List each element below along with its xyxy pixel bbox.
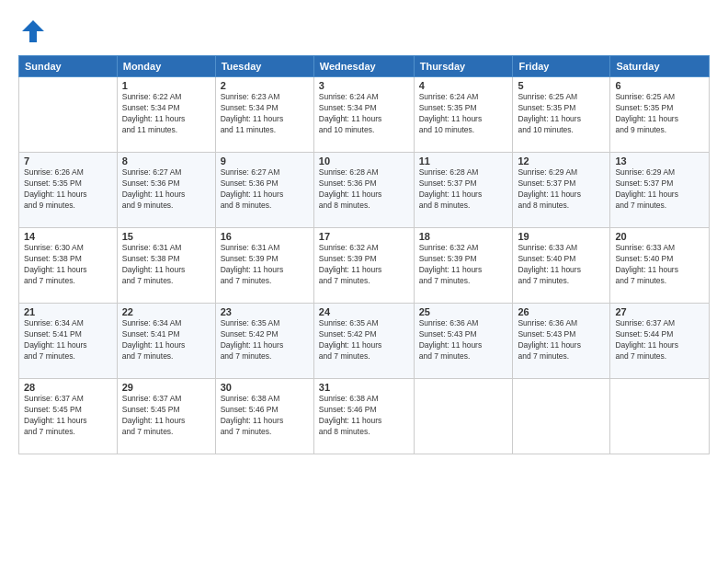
calendar-cell: 7Sunrise: 6:26 AM Sunset: 5:35 PM Daylig… [19, 153, 118, 228]
calendar-cell: 15Sunrise: 6:31 AM Sunset: 5:38 PM Dayli… [117, 228, 215, 304]
day-info: Sunrise: 6:37 AM Sunset: 5:44 PM Dayligh… [615, 318, 704, 362]
calendar-cell [414, 379, 513, 454]
day-info: Sunrise: 6:25 AM Sunset: 5:35 PM Dayligh… [615, 92, 704, 136]
day-info: Sunrise: 6:30 AM Sunset: 5:38 PM Dayligh… [24, 243, 112, 287]
day-info: Sunrise: 6:32 AM Sunset: 5:39 PM Dayligh… [419, 243, 508, 287]
calendar-cell: 4Sunrise: 6:24 AM Sunset: 5:35 PM Daylig… [414, 77, 513, 153]
day-number: 30 [221, 382, 309, 393]
calendar-cell [513, 379, 610, 454]
day-info: Sunrise: 6:26 AM Sunset: 5:35 PM Dayligh… [24, 167, 112, 212]
calendar-cell [610, 379, 710, 454]
day-number: 6 [615, 80, 704, 91]
calendar-week-3: 21Sunrise: 6:34 AM Sunset: 5:41 PM Dayli… [19, 304, 710, 379]
calendar-cell: 17Sunrise: 6:32 AM Sunset: 5:39 PM Dayli… [313, 228, 414, 304]
calendar-cell: 6Sunrise: 6:25 AM Sunset: 5:35 PM Daylig… [610, 77, 710, 153]
calendar-cell: 27Sunrise: 6:37 AM Sunset: 5:44 PM Dayli… [610, 304, 710, 379]
day-info: Sunrise: 6:37 AM Sunset: 5:45 PM Dayligh… [122, 394, 210, 438]
calendar-cell: 16Sunrise: 6:31 AM Sunset: 5:39 PM Dayli… [215, 228, 313, 304]
calendar-cell: 22Sunrise: 6:34 AM Sunset: 5:41 PM Dayli… [117, 304, 215, 379]
calendar-cell: 28Sunrise: 6:37 AM Sunset: 5:45 PM Dayli… [19, 379, 118, 454]
day-info: Sunrise: 6:25 AM Sunset: 5:35 PM Dayligh… [518, 92, 605, 136]
calendar-week-0: 1Sunrise: 6:22 AM Sunset: 5:34 PM Daylig… [19, 77, 710, 153]
day-info: Sunrise: 6:31 AM Sunset: 5:39 PM Dayligh… [221, 243, 309, 287]
calendar-cell: 1Sunrise: 6:22 AM Sunset: 5:34 PM Daylig… [117, 77, 215, 153]
day-number: 3 [319, 80, 409, 91]
weekday-header-friday: Friday [513, 56, 610, 77]
day-number: 21 [24, 306, 112, 317]
day-info: Sunrise: 6:32 AM Sunset: 5:39 PM Dayligh… [319, 243, 409, 287]
weekday-header-tuesday: Tuesday [215, 56, 313, 77]
day-info: Sunrise: 6:27 AM Sunset: 5:36 PM Dayligh… [122, 167, 210, 212]
day-number: 9 [221, 155, 309, 167]
day-info: Sunrise: 6:37 AM Sunset: 5:45 PM Dayligh… [24, 394, 112, 438]
day-number: 20 [615, 231, 704, 242]
page: SundayMondayTuesdayWednesdayThursdayFrid… [0, 0, 728, 563]
day-number: 1 [122, 80, 210, 91]
day-number: 2 [221, 80, 309, 91]
day-info: Sunrise: 6:38 AM Sunset: 5:46 PM Dayligh… [319, 394, 409, 438]
calendar-week-4: 28Sunrise: 6:37 AM Sunset: 5:45 PM Dayli… [19, 379, 710, 454]
day-number: 27 [615, 306, 704, 317]
day-number: 29 [122, 382, 210, 393]
calendar-cell: 20Sunrise: 6:33 AM Sunset: 5:40 PM Dayli… [610, 228, 710, 304]
day-info: Sunrise: 6:29 AM Sunset: 5:37 PM Dayligh… [518, 167, 605, 212]
weekday-header-row: SundayMondayTuesdayWednesdayThursdayFrid… [19, 56, 710, 77]
day-info: Sunrise: 6:22 AM Sunset: 5:34 PM Dayligh… [122, 92, 210, 136]
calendar-cell: 29Sunrise: 6:37 AM Sunset: 5:45 PM Dayli… [117, 379, 215, 454]
calendar-cell: 19Sunrise: 6:33 AM Sunset: 5:40 PM Dayli… [513, 228, 610, 304]
day-number: 17 [319, 231, 409, 242]
svg-marker-0 [22, 20, 44, 42]
weekday-header-wednesday: Wednesday [313, 56, 414, 77]
calendar-cell: 3Sunrise: 6:24 AM Sunset: 5:34 PM Daylig… [313, 77, 414, 153]
calendar-cell: 21Sunrise: 6:34 AM Sunset: 5:41 PM Dayli… [19, 304, 118, 379]
day-number: 24 [319, 306, 409, 317]
day-number: 4 [419, 80, 508, 91]
calendar-cell [19, 77, 118, 153]
day-info: Sunrise: 6:29 AM Sunset: 5:37 PM Dayligh… [615, 167, 704, 212]
logo-icon [18, 17, 48, 46]
day-info: Sunrise: 6:35 AM Sunset: 5:42 PM Dayligh… [319, 318, 409, 362]
day-info: Sunrise: 6:38 AM Sunset: 5:46 PM Dayligh… [221, 394, 309, 438]
day-info: Sunrise: 6:28 AM Sunset: 5:37 PM Dayligh… [419, 167, 508, 212]
day-number: 28 [24, 382, 112, 393]
day-number: 19 [518, 231, 605, 242]
day-number: 14 [24, 231, 112, 242]
weekday-header-thursday: Thursday [414, 56, 513, 77]
day-info: Sunrise: 6:28 AM Sunset: 5:36 PM Dayligh… [319, 167, 409, 212]
calendar-cell: 23Sunrise: 6:35 AM Sunset: 5:42 PM Dayli… [215, 304, 313, 379]
day-number: 11 [419, 155, 508, 167]
day-info: Sunrise: 6:27 AM Sunset: 5:36 PM Dayligh… [221, 167, 309, 212]
day-number: 5 [518, 80, 605, 91]
calendar-cell: 10Sunrise: 6:28 AM Sunset: 5:36 PM Dayli… [313, 153, 414, 228]
calendar-cell: 25Sunrise: 6:36 AM Sunset: 5:43 PM Dayli… [414, 304, 513, 379]
weekday-header-sunday: Sunday [19, 56, 118, 77]
calendar-cell: 26Sunrise: 6:36 AM Sunset: 5:43 PM Dayli… [513, 304, 610, 379]
calendar-cell: 24Sunrise: 6:35 AM Sunset: 5:42 PM Dayli… [313, 304, 414, 379]
day-number: 8 [122, 155, 210, 167]
weekday-header-saturday: Saturday [610, 56, 710, 77]
calendar-cell: 8Sunrise: 6:27 AM Sunset: 5:36 PM Daylig… [117, 153, 215, 228]
day-number: 10 [319, 155, 409, 167]
calendar-cell: 13Sunrise: 6:29 AM Sunset: 5:37 PM Dayli… [610, 153, 710, 228]
weekday-header-monday: Monday [117, 56, 215, 77]
day-info: Sunrise: 6:33 AM Sunset: 5:40 PM Dayligh… [615, 243, 704, 287]
day-number: 31 [319, 382, 409, 393]
logo [18, 17, 51, 46]
calendar-table: SundayMondayTuesdayWednesdayThursdayFrid… [18, 55, 710, 454]
calendar-cell: 12Sunrise: 6:29 AM Sunset: 5:37 PM Dayli… [513, 153, 610, 228]
day-info: Sunrise: 6:24 AM Sunset: 5:34 PM Dayligh… [319, 92, 409, 136]
day-info: Sunrise: 6:33 AM Sunset: 5:40 PM Dayligh… [518, 243, 605, 287]
day-number: 16 [221, 231, 309, 242]
day-number: 25 [419, 306, 508, 317]
calendar-week-2: 14Sunrise: 6:30 AM Sunset: 5:38 PM Dayli… [19, 228, 710, 304]
calendar-cell: 5Sunrise: 6:25 AM Sunset: 5:35 PM Daylig… [513, 77, 610, 153]
calendar-cell: 9Sunrise: 6:27 AM Sunset: 5:36 PM Daylig… [215, 153, 313, 228]
header [18, 17, 710, 46]
day-number: 7 [24, 155, 112, 167]
calendar-cell: 11Sunrise: 6:28 AM Sunset: 5:37 PM Dayli… [414, 153, 513, 228]
day-number: 12 [518, 155, 605, 167]
day-number: 15 [122, 231, 210, 242]
day-info: Sunrise: 6:24 AM Sunset: 5:35 PM Dayligh… [419, 92, 508, 136]
day-info: Sunrise: 6:34 AM Sunset: 5:41 PM Dayligh… [24, 318, 112, 362]
day-number: 22 [122, 306, 210, 317]
